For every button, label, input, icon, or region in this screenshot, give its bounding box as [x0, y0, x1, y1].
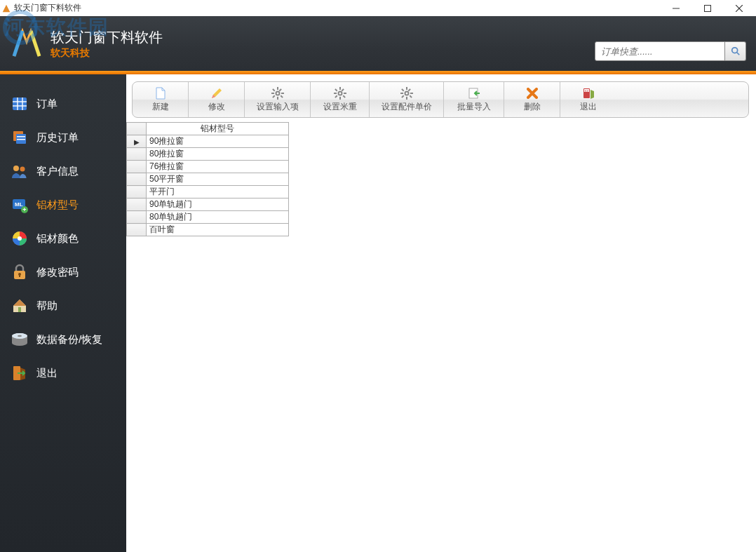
sidebar-item-0[interactable]: 订单	[0, 87, 126, 121]
app-title: 软天门窗下料软件	[50, 28, 163, 47]
sidebar-item-5[interactable]: 修改密码	[0, 255, 126, 289]
search-button[interactable]	[725, 41, 746, 61]
maximize-button[interactable]	[691, 0, 723, 16]
gear-icon	[400, 87, 413, 100]
lock-icon	[10, 262, 29, 282]
app-icon	[1, 4, 11, 13]
sidebar-item-label: 帮助	[36, 299, 58, 313]
minimize-button[interactable]	[660, 0, 691, 16]
svg-point-50	[339, 92, 341, 94]
sidebar-item-label: 铝材颜色	[36, 232, 79, 245]
svg-rect-47	[342, 95, 345, 97]
svg-rect-48	[341, 88, 344, 91]
toolbar-button-7[interactable]: EXIT退出	[560, 82, 616, 117]
toolbar-button-label: 设置配件单价	[382, 101, 432, 113]
sidebar-item-7[interactable]: 数据备份/恢复	[0, 323, 126, 356]
svg-rect-35	[281, 93, 284, 94]
gear-icon	[271, 87, 284, 100]
file-icon	[154, 87, 167, 100]
table-row[interactable]: 百叶窗	[127, 224, 289, 236]
grid-cell[interactable]: 50平开窗	[147, 173, 289, 186]
app-subtitle: 软天科技	[50, 47, 163, 60]
pencil-icon	[210, 87, 223, 100]
sidebar-item-label: 客户信息	[36, 165, 79, 178]
svg-rect-52	[406, 87, 407, 90]
exit-btn-icon: EXIT	[582, 87, 595, 100]
svg-rect-26	[18, 307, 21, 312]
svg-rect-1	[704, 5, 710, 11]
sidebar-item-6[interactable]: 帮助	[0, 289, 126, 323]
table-row[interactable]: 76推拉窗	[127, 161, 289, 173]
toolbar-button-5[interactable]: 批量导入	[444, 82, 504, 117]
toolbar-button-4[interactable]: 设置配件单价	[370, 82, 444, 117]
table-row[interactable]: 平开门	[127, 186, 289, 198]
row-header[interactable]	[127, 211, 147, 224]
toolbar-button-0[interactable]: 新建	[133, 82, 189, 117]
row-header[interactable]	[127, 224, 147, 236]
header: 软天门窗下料软件 软天科技	[0, 16, 756, 71]
grid-cell[interactable]: 90单轨趟门	[147, 198, 289, 211]
svg-rect-38	[278, 88, 281, 91]
svg-rect-37	[280, 95, 283, 97]
row-header[interactable]: ▶	[127, 135, 147, 148]
svg-rect-54	[400, 93, 403, 94]
svg-point-22	[18, 236, 22, 241]
table-row[interactable]: 80推拉窗	[127, 148, 289, 161]
toolbar-button-2[interactable]: 设置输入项	[245, 82, 311, 117]
grid-cell[interactable]: 90推拉窗	[147, 135, 289, 148]
sidebar-item-3[interactable]: ML+铝材型号	[0, 188, 126, 222]
row-header[interactable]	[127, 198, 147, 211]
close-button[interactable]	[723, 0, 755, 16]
sidebar-item-label: 订单	[36, 97, 58, 111]
table-row[interactable]: 90单轨趟门	[127, 198, 289, 211]
sidebar-item-8[interactable]: 退出	[0, 356, 126, 390]
main-panel: 新建修改设置输入项设置米重设置配件单价批量导入删除EXIT退出 铝材型号▶90推…	[126, 74, 756, 552]
material-icon: ML+	[10, 195, 29, 215]
svg-rect-43	[339, 97, 341, 100]
table-row[interactable]: 50平开窗	[127, 173, 289, 186]
svg-rect-14	[17, 139, 25, 140]
svg-rect-59	[401, 95, 404, 97]
toolbar-button-6[interactable]: 删除	[504, 82, 560, 117]
svg-rect-56	[401, 88, 404, 91]
table-row[interactable]: 80单轨趟门	[127, 211, 289, 224]
grid-cell[interactable]: 80单轨趟门	[147, 211, 289, 224]
svg-point-60	[405, 92, 407, 94]
sidebar-item-label: 铝材型号	[36, 198, 79, 212]
sidebar-item-1[interactable]: 历史订单	[0, 121, 126, 154]
svg-rect-32	[277, 87, 278, 90]
svg-rect-49	[335, 95, 337, 97]
svg-rect-45	[344, 93, 346, 94]
sidebar: 订单历史订单客户信息ML+铝材型号铝材颜色修改密码帮助数据备份/恢复退出	[0, 74, 126, 552]
data-grid[interactable]: 铝材型号▶90推拉窗80推拉窗76推拉窗50平开窗平开门90单轨趟门80单轨趟门…	[126, 122, 289, 236]
svg-rect-33	[277, 97, 278, 100]
svg-rect-39	[272, 95, 275, 97]
search-icon	[731, 46, 741, 56]
sidebar-item-4[interactable]: 铝材颜色	[0, 222, 126, 255]
table-row[interactable]: ▶90推拉窗	[127, 135, 289, 148]
grid-header[interactable]: 铝材型号	[147, 123, 289, 135]
grid-cell[interactable]: 平开门	[147, 186, 289, 198]
sidebar-item-label: 数据备份/恢复	[36, 333, 102, 346]
svg-rect-6	[13, 97, 27, 110]
toolbar-button-label: 退出	[580, 101, 597, 113]
svg-rect-13	[17, 136, 25, 137]
row-header[interactable]	[127, 161, 147, 173]
search-input[interactable]	[595, 41, 725, 61]
toolbar-button-3[interactable]: 设置米重	[311, 82, 370, 117]
grid-cell[interactable]: 76推拉窗	[147, 161, 289, 173]
row-header[interactable]	[127, 186, 147, 198]
toolbar-button-1[interactable]: 修改	[189, 82, 245, 117]
sidebar-item-label: 退出	[36, 367, 58, 380]
sidebar-item-label: 修改密码	[36, 266, 79, 279]
row-header[interactable]	[127, 173, 147, 186]
svg-text:+: +	[22, 206, 26, 213]
grid-cell[interactable]: 80推拉窗	[147, 148, 289, 161]
window-title: 软天门窗下料软件	[14, 2, 660, 14]
sidebar-item-2[interactable]: 客户信息	[0, 154, 126, 188]
svg-rect-42	[339, 87, 341, 90]
row-header[interactable]	[127, 148, 147, 161]
sidebar-item-label: 历史订单	[36, 131, 79, 144]
toolbar-button-label: 设置输入项	[257, 101, 299, 113]
grid-cell[interactable]: 百叶窗	[147, 224, 289, 236]
